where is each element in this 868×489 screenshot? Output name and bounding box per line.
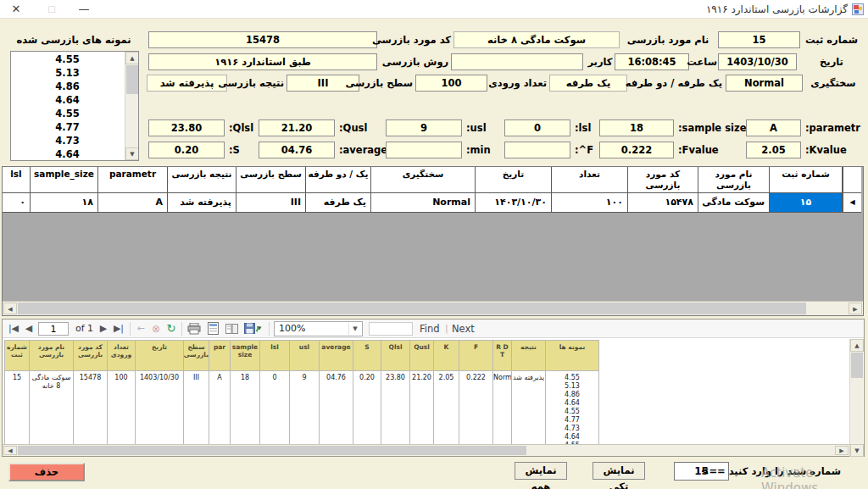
grid-col-header[interactable]: تاریخ: [476, 167, 552, 193]
delete-button[interactable]: حذف: [8, 463, 85, 481]
grid-col-header[interactable]: تعداد: [552, 167, 628, 193]
scroll-thumb[interactable]: [851, 353, 863, 378]
find-link[interactable]: Find: [420, 321, 440, 336]
scroll-left-icon[interactable]: ◀: [3, 303, 17, 314]
grid-cell[interactable]: ۱۵۴۷۸: [628, 193, 698, 213]
find-input[interactable]: [369, 322, 413, 336]
s-field[interactable]: 0.20: [148, 142, 225, 158]
grid-col-header[interactable]: lsl: [3, 167, 31, 193]
min-field[interactable]: [386, 142, 462, 158]
zoom-select[interactable]: 100% ▼: [274, 321, 363, 336]
parametr-field[interactable]: A: [746, 119, 801, 136]
scroll-thumb[interactable]: [18, 303, 806, 314]
list-item[interactable]: 4.64: [11, 147, 124, 161]
scroll-down-icon[interactable]: ▼: [850, 444, 864, 457]
method-field[interactable]: طبق استاندارد ۱۹۱۶: [148, 53, 377, 70]
grid-col-header[interactable]: کد مورد بازرسی: [628, 167, 698, 193]
grid-cell-selected[interactable]: ۱۵: [770, 193, 843, 213]
page-number-input[interactable]: [38, 322, 69, 336]
report-cell: 21.20: [410, 371, 434, 453]
last-page-icon[interactable]: ▶|: [111, 321, 126, 336]
samples-listbox[interactable]: 4.555.134.864.644.554.774.734.644.55 ▲ ▼: [10, 51, 139, 161]
kvalue-field[interactable]: 2.05: [746, 142, 801, 158]
date-field[interactable]: 1403/10/30: [718, 53, 797, 70]
fvalue-label: :Fvalue: [678, 142, 719, 158]
grid-col-header[interactable]: parametr: [98, 167, 168, 193]
grid-cell[interactable]: پذیرفته شد: [168, 193, 236, 213]
show-single-button[interactable]: نمایش تکی: [593, 462, 645, 480]
grid-col-header[interactable]: sample_size: [31, 167, 98, 193]
grid-cell[interactable]: سوکت مادگی ۸ ...: [698, 193, 770, 213]
first-page-icon[interactable]: |◀: [6, 321, 21, 336]
samples-scrollbar: ▲ ▼: [125, 52, 138, 160]
grid-col-header[interactable]: سختگیری: [371, 167, 476, 193]
fhat-field[interactable]: [504, 142, 570, 158]
lsl-field[interactable]: 0: [504, 119, 570, 136]
sample-size-field[interactable]: 18: [599, 119, 674, 136]
fvalue-field[interactable]: 0.222: [599, 142, 674, 158]
scroll-up-icon[interactable]: ▲: [125, 52, 139, 64]
grid-cell[interactable]: یک طرفه: [306, 193, 371, 213]
result-field[interactable]: پذیرفته شد: [147, 75, 227, 92]
report-col-header: K: [434, 340, 459, 371]
grid-cell[interactable]: ۰: [3, 193, 31, 213]
list-item[interactable]: 4.55: [11, 53, 124, 66]
result-label: نتیجه بازرسی: [230, 75, 284, 92]
scroll-thumb[interactable]: [126, 65, 138, 94]
input-count-field[interactable]: 100: [415, 75, 487, 92]
show-all-button[interactable]: نمایش همه: [515, 462, 567, 480]
grid-col-header[interactable]: شماره ثبت: [770, 167, 843, 193]
item-code-label: کد مورد بازرسی: [381, 31, 451, 48]
list-item[interactable]: 4.64: [11, 93, 124, 107]
grid-cell[interactable]: ۱۰۰: [552, 193, 628, 213]
reg-no-field[interactable]: 15: [718, 31, 800, 48]
row-selector-icon[interactable]: ◀: [843, 193, 861, 213]
print-layout-icon[interactable]: [205, 321, 220, 336]
close-icon[interactable]: ✕: [3, 0, 29, 19]
scroll-down-icon[interactable]: ▼: [125, 147, 139, 160]
export-icon[interactable]: [242, 321, 264, 336]
qlsl-field[interactable]: 23.80: [148, 119, 225, 136]
grid-col-header[interactable]: سطح بازرسی: [236, 167, 306, 193]
minimize-icon[interactable]: —: [71, 0, 97, 19]
list-item[interactable]: 4.77: [11, 120, 124, 134]
window-title: گزارشات بازرسی استاندارد ۱۹۱۶: [706, 0, 848, 19]
list-item[interactable]: 4.86: [11, 80, 124, 93]
page-setup-icon[interactable]: [224, 321, 239, 336]
grid-cell[interactable]: A: [98, 193, 168, 213]
list-item[interactable]: 4.55: [11, 107, 124, 120]
scroll-right-icon[interactable]: ▶: [835, 446, 849, 455]
item-code-field[interactable]: 15478: [148, 31, 377, 48]
grid-cell[interactable]: III: [236, 193, 306, 213]
grid-cell[interactable]: ۱۴۰۳/۱۰/۳۰: [476, 193, 552, 213]
time-field[interactable]: 16:08:45: [615, 53, 689, 70]
strictness-field[interactable]: Normal: [726, 75, 803, 92]
doc-number-prompt: شماره سند را وارد کنید ==>: [731, 463, 841, 480]
scroll-thumb[interactable]: [18, 446, 526, 455]
table-row[interactable]: ۰ ۱۸ A پذیرفته شد III یک طرفه Normal ۱۴۰…: [3, 193, 861, 213]
grid-cell[interactable]: Normal: [371, 193, 476, 213]
grid-col-header[interactable]: یک / دو طرفه: [306, 167, 371, 193]
report-cell: A: [209, 371, 231, 453]
qusl-field[interactable]: 21.20: [259, 119, 335, 136]
average-field[interactable]: 04.76: [259, 142, 335, 158]
min-label: :min: [466, 142, 491, 158]
user-field[interactable]: [451, 53, 583, 70]
grid-col-header[interactable]: نام مورد بازرسی: [698, 167, 770, 193]
next-link[interactable]: Next: [452, 321, 475, 336]
item-name-field[interactable]: سوکت مادگی ۸ خانه: [453, 31, 620, 48]
refresh-icon[interactable]: ↻: [164, 321, 178, 336]
list-item[interactable]: 4.73: [11, 134, 124, 147]
next-page-icon[interactable]: ▶: [97, 321, 109, 336]
usl-field[interactable]: 9: [386, 119, 462, 136]
samples-list-label: نمونه های بازرسی شده: [14, 34, 134, 46]
scroll-left-icon[interactable]: ◀: [3, 446, 17, 455]
prev-page-icon[interactable]: ◀: [23, 321, 35, 336]
scroll-right-icon[interactable]: ▶: [849, 303, 862, 314]
print-icon[interactable]: [186, 321, 202, 336]
sided-field[interactable]: یک طرفه: [549, 75, 627, 92]
list-item[interactable]: 5.13: [11, 66, 124, 80]
grid-col-header[interactable]: نتیجه بازرسی: [168, 167, 236, 193]
scroll-up-icon[interactable]: ▲: [850, 339, 864, 352]
grid-cell[interactable]: ۱۸: [31, 193, 98, 213]
